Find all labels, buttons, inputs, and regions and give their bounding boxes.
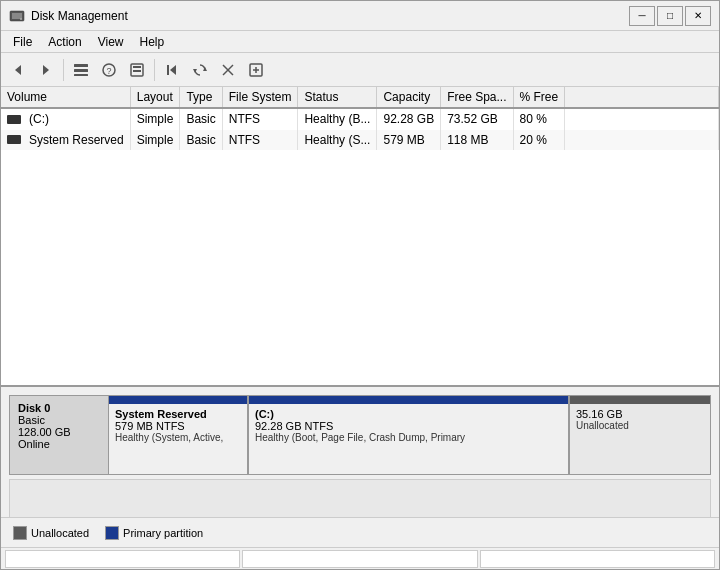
svg-rect-12 [133,70,141,72]
legend-label-unalloc: Unallocated [31,527,89,539]
cell-volume: System Reserved [1,130,130,151]
partition-name-sysres: System Reserved [115,408,241,420]
list-view-button[interactable] [68,57,94,83]
status-bar [1,547,719,569]
toolbar-separator-1 [63,59,64,81]
window-title: Disk Management [31,9,629,23]
disk-label: Disk 0 Basic 128.00 GB Online [9,395,109,475]
back-button[interactable] [5,57,31,83]
cell-extra [565,108,719,130]
cell-pct-free: 20 % [513,130,565,151]
partition-header-sysres [109,396,247,404]
legend-box-unalloc [13,526,27,540]
partition-detail-unalloc: Unallocated [576,420,704,431]
partition-system-reserved[interactable]: System Reserved 579 MB NTFS Healthy (Sys… [109,396,249,474]
disk-area: Disk 0 Basic 128.00 GB Online System Res… [1,387,719,517]
refresh-button[interactable] [187,57,213,83]
cell-filesystem: NTFS [222,130,298,151]
partition-size-unalloc: 35.16 GB [576,408,704,420]
properties-button[interactable] [124,57,150,83]
cell-extra [565,130,719,151]
volume-table: Volume Layout Type File System Status Ca… [1,87,719,150]
svg-marker-13 [170,65,176,75]
disk-0-row: Disk 0 Basic 128.00 GB Online System Res… [9,395,711,475]
disk-size: 128.00 GB [18,426,100,438]
cancel-button[interactable] [215,57,241,83]
svg-point-2 [20,18,22,20]
col-free-space[interactable]: Free Spa... [441,87,513,108]
volume-table-area[interactable]: Volume Layout Type File System Status Ca… [1,87,719,387]
wizard-button[interactable] [243,57,269,83]
partition-header-unalloc [570,396,710,404]
col-type[interactable]: Type [180,87,222,108]
cell-capacity: 92.28 GB [377,108,441,130]
empty-disk-area [9,479,711,517]
cell-type: Basic [180,108,222,130]
title-bar: Disk Management ─ □ ✕ [1,1,719,31]
svg-rect-1 [12,13,22,19]
legend-unallocated: Unallocated [13,526,89,540]
col-pct-free[interactable]: % Free [513,87,565,108]
legend-label-primary: Primary partition [123,527,203,539]
cell-volume: (C:) [1,108,130,130]
help-button[interactable]: ? [96,57,122,83]
partition-name-c: (C:) [255,408,562,420]
menu-bar: File Action View Help [1,31,719,53]
forward-button[interactable] [33,57,59,83]
status-pane-2 [242,550,477,568]
cell-pct-free: 80 % [513,108,565,130]
cell-status: Healthy (S... [298,130,377,151]
svg-rect-11 [133,66,141,68]
cell-type: Basic [180,130,222,151]
col-volume[interactable]: Volume [1,87,130,108]
col-extra [565,87,719,108]
table-row[interactable]: System Reserved Simple Basic NTFS Health… [1,130,719,151]
menu-file[interactable]: File [5,33,40,51]
cell-status: Healthy (B... [298,108,377,130]
cell-filesystem: NTFS [222,108,298,130]
partition-unallocated[interactable]: 35.16 GB Unallocated [570,396,710,474]
maximize-button[interactable]: □ [657,6,683,26]
window-controls: ─ □ ✕ [629,6,711,26]
toolbar: ? [1,53,719,87]
legend-primary: Primary partition [105,526,203,540]
disk-name: Disk 0 [18,402,100,414]
cell-layout: Simple [130,130,180,151]
col-layout[interactable]: Layout [130,87,180,108]
main-window: Disk Management ─ □ ✕ File Action View H… [0,0,720,570]
app-icon [9,8,25,24]
toolbar-separator-2 [154,59,155,81]
svg-rect-7 [74,74,88,76]
svg-rect-14 [167,65,169,75]
table-row[interactable]: (C:) Simple Basic NTFS Healthy (B... 92.… [1,108,719,130]
close-button[interactable]: ✕ [685,6,711,26]
nav-left-button[interactable] [159,57,185,83]
col-capacity[interactable]: Capacity [377,87,441,108]
partition-detail-sysres: Healthy (System, Active, [115,432,241,443]
table-header-row: Volume Layout Type File System Status Ca… [1,87,719,108]
col-status[interactable]: Status [298,87,377,108]
disk-partitions: System Reserved 579 MB NTFS Healthy (Sys… [109,395,711,475]
partition-c[interactable]: (C:) 92.28 GB NTFS Healthy (Boot, Page F… [249,396,570,474]
partition-detail-c: Healthy (Boot, Page File, Crash Dump, Pr… [255,432,562,443]
partition-size-c: 92.28 GB NTFS [255,420,562,432]
cell-capacity: 579 MB [377,130,441,151]
svg-rect-6 [74,69,88,72]
svg-marker-4 [43,65,49,75]
cell-layout: Simple [130,108,180,130]
legend: Unallocated Primary partition [1,517,719,547]
menu-help[interactable]: Help [132,33,173,51]
minimize-button[interactable]: ─ [629,6,655,26]
status-pane-3 [480,550,715,568]
status-pane-1 [5,550,240,568]
col-filesystem[interactable]: File System [222,87,298,108]
disk-type: Basic [18,414,100,426]
svg-marker-3 [15,65,21,75]
svg-text:?: ? [107,66,112,76]
legend-box-primary [105,526,119,540]
svg-rect-5 [74,64,88,67]
partition-size-sysres: 579 MB NTFS [115,420,241,432]
main-content: Volume Layout Type File System Status Ca… [1,87,719,547]
menu-view[interactable]: View [90,33,132,51]
menu-action[interactable]: Action [40,33,89,51]
